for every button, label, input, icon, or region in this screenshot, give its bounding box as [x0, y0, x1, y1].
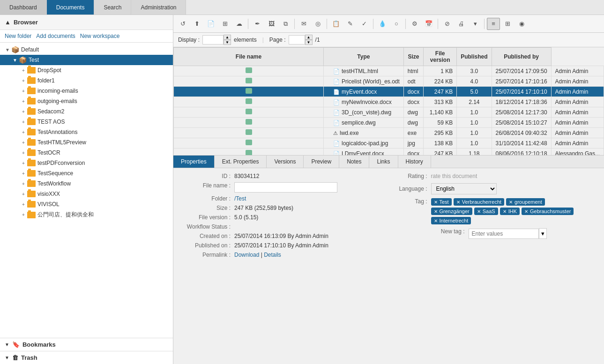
new-tag-input[interactable]: [469, 229, 539, 239]
col-filename[interactable]: File name: [174, 48, 324, 66]
tab-versions[interactable]: Versions: [267, 156, 304, 168]
tab-notes[interactable]: Notes: [339, 156, 369, 168]
expand-icon-workflow[interactable]: +: [20, 180, 27, 187]
table-row[interactable]: 📄semplice.dwgdwg59 KB1.025/08/2014 15:10…: [174, 118, 604, 128]
file-name-cell[interactable]: 📄LDmyEvent.docx: [324, 149, 404, 156]
tab-administration[interactable]: Administration: [131, 0, 186, 15]
tag-dropdown-button[interactable]: ▾: [539, 228, 547, 239]
copy-button[interactable]: ⧉: [279, 18, 292, 30]
file-name-cell[interactable]: 📄semplice.dwg: [324, 118, 404, 128]
file-name-cell[interactable]: 📄myEvent.docx: [324, 87, 404, 97]
browser-collapse-icon[interactable]: ▲: [5, 19, 11, 26]
calendar-button[interactable]: 📅: [422, 18, 435, 30]
check-button[interactable]: ✓: [358, 18, 371, 30]
expand-icon-testAOS[interactable]: +: [20, 118, 27, 126]
col-type[interactable]: Type: [324, 48, 404, 66]
add-documents-link[interactable]: Add documents: [36, 33, 75, 39]
expand-icon-dropspot[interactable]: +: [20, 67, 27, 74]
tree-item-dropspot[interactable]: + DropSpot: [0, 65, 173, 75]
file-name-cell[interactable]: 📄testHTML.html: [324, 66, 404, 76]
tree-item-pdfconversion[interactable]: + testPDFconversion: [0, 158, 173, 168]
table-row[interactable]: ⚠lwd.exeexe295 KB1.026/08/2014 09:40:32A…: [174, 128, 604, 138]
file-name-cell[interactable]: 📄myNewInvoice.docx: [324, 97, 404, 107]
bookmarks-collapse-icon[interactable]: ▼: [5, 342, 9, 347]
table-row[interactable]: 📄Pricelist (World)_es.odtodt224 KB4.025/…: [174, 76, 604, 87]
expand-icon-annotations[interactable]: +: [20, 128, 27, 136]
tree-item-sedacom2[interactable]: + Sedacom2: [0, 106, 173, 117]
tag-remove-button[interactable]: ✕: [509, 200, 513, 205]
tab-documents[interactable]: Documents: [47, 0, 95, 15]
display-down-button[interactable]: ▼: [224, 40, 231, 45]
thumbnail-view-button[interactable]: ⊞: [501, 18, 514, 30]
display-count-input[interactable]: 100: [202, 35, 224, 45]
upload-button[interactable]: ⬆: [190, 18, 203, 30]
tree-item-folder1[interactable]: + folder1: [0, 75, 173, 86]
expand-icon-ocr[interactable]: +: [20, 149, 27, 156]
tree-item-test-aos[interactable]: + TEST AOS: [0, 117, 173, 127]
tree-item-chinese[interactable]: + 公門司店、提和供全和: [0, 209, 173, 220]
tag-remove-button[interactable]: ✕: [434, 200, 438, 205]
print-button[interactable]: 🖨: [455, 18, 468, 30]
file-name-cell[interactable]: 📄Pricelist (World)_es.odt: [324, 76, 404, 87]
tag-remove-button[interactable]: ✕: [434, 209, 438, 214]
tree-item-visioxxx[interactable]: + visioXXX: [0, 189, 173, 199]
tree-item-default[interactable]: ▼ 📦 Default: [0, 45, 173, 55]
table-row[interactable]: 📄LDmyEvent.docxdocx247 KB1.1808/06/2016 …: [174, 149, 604, 156]
image-button[interactable]: 🖼: [265, 18, 278, 30]
rss-button[interactable]: ◎: [311, 18, 324, 30]
table-row[interactable]: 📄myEvent.docxdocx247 KB5.025/07/2014 17:…: [174, 87, 604, 97]
expand-icon-default[interactable]: ▼: [4, 46, 11, 53]
grid-button[interactable]: ⊞: [218, 18, 231, 30]
email-button[interactable]: ✉: [297, 18, 310, 30]
tag-remove-button[interactable]: ✕: [503, 209, 507, 214]
tree-item-incoming-emails[interactable]: + incoming-emails: [0, 86, 173, 96]
settings-button[interactable]: ⚙: [408, 18, 421, 30]
trash-collapse-icon[interactable]: ▼: [5, 355, 9, 360]
tab-search[interactable]: Search: [94, 0, 131, 15]
file-name-cell[interactable]: 📄3D_(con_viste).dwg: [324, 107, 404, 118]
tree-item-testocr[interactable]: + TestOCR: [0, 148, 173, 158]
expand-icon-test[interactable]: ▼: [11, 56, 19, 64]
language-select[interactable]: English French German Italian Spanish: [431, 183, 497, 194]
details-link[interactable]: Details: [264, 252, 281, 258]
trash-section[interactable]: ▼ 🗑 Trash: [0, 351, 173, 364]
tree-item-vivisol[interactable]: + VIVISOL: [0, 199, 173, 209]
toggle-button[interactable]: ◉: [515, 18, 528, 30]
bookmarks-section[interactable]: ▼ 🔖 Bookmarks: [0, 338, 173, 351]
col-published-by[interactable]: Published by: [492, 48, 551, 66]
expand-icon-folder1[interactable]: +: [20, 77, 27, 84]
tree-item-outgoing-emails[interactable]: + outgoing-emails: [0, 96, 173, 106]
folder-link[interactable]: /Test: [234, 195, 246, 202]
tag-remove-button[interactable]: ✕: [434, 218, 438, 223]
expand-icon-outgoing[interactable]: +: [20, 97, 27, 105]
pen-button[interactable]: ✒: [251, 18, 264, 30]
file-name-cell[interactable]: 📄logicaldoc-ipad.jpg: [324, 138, 404, 149]
filter-button[interactable]: ⊘: [440, 18, 454, 30]
pdf-button[interactable]: 📄: [204, 18, 217, 30]
tab-ext-properties[interactable]: Ext. Properties: [215, 156, 267, 168]
new-folder-link[interactable]: New folder: [5, 33, 31, 39]
drop-button[interactable]: 💧: [376, 18, 389, 30]
expand-icon-pdf[interactable]: +: [20, 159, 27, 167]
tree-item-testsequence[interactable]: + TestSequence: [0, 168, 173, 178]
new-workspace-link[interactable]: New workspace: [80, 33, 120, 39]
tab-properties[interactable]: Properties: [173, 156, 215, 168]
expand-icon-chinese[interactable]: +: [20, 211, 27, 219]
page-down-button[interactable]: ▼: [305, 40, 313, 45]
table-row[interactable]: 📄myNewInvoice.docxdocx313 KB2.1418/12/20…: [174, 97, 604, 107]
tag-remove-button[interactable]: ✕: [524, 209, 528, 214]
page-up-button[interactable]: ▲: [305, 35, 313, 40]
table-row[interactable]: 📄3D_(con_viste).dwgdwg1,140 KB1.025/08/2…: [174, 107, 604, 118]
col-published[interactable]: Published: [457, 48, 492, 66]
expand-icon-visio[interactable]: +: [20, 190, 27, 198]
tree-item-testhtml5[interactable]: + TestHTML5Preview: [0, 137, 173, 148]
tab-history[interactable]: History: [398, 156, 431, 168]
refresh-button[interactable]: ↺: [176, 18, 189, 30]
tab-preview[interactable]: Preview: [304, 156, 339, 168]
tag-remove-button[interactable]: ✕: [456, 200, 460, 205]
table-row[interactable]: 📄testHTML.htmlhtml1 KB3.025/07/2014 17:0…: [174, 66, 604, 76]
col-size[interactable]: Size: [403, 48, 423, 66]
cloud-button[interactable]: ☁: [232, 18, 246, 30]
tag-remove-button[interactable]: ✕: [477, 209, 481, 214]
col-version[interactable]: File version: [424, 48, 457, 66]
